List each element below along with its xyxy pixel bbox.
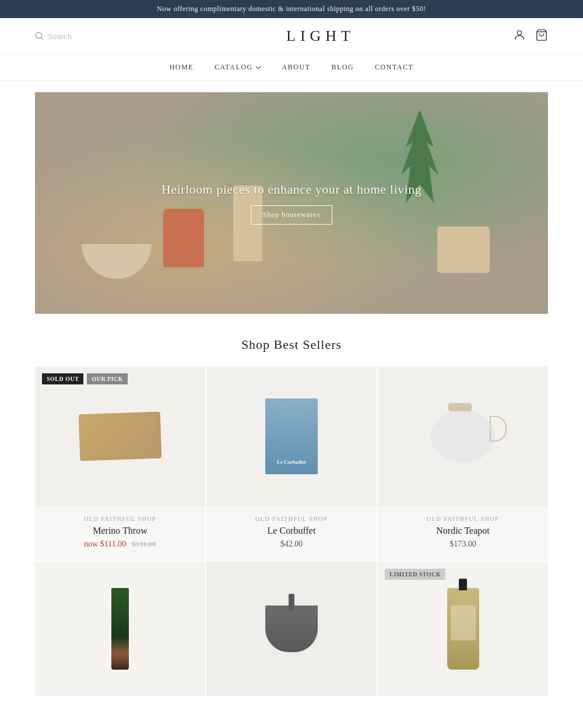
site-logo[interactable]: LIGHT (286, 27, 355, 45)
product-name: Le Corbuffet (216, 526, 367, 536)
product-grid: SOLD OUT OUR PICK OLD FAITHFUL SHOP Meri… (35, 366, 548, 696)
product-card-le-corbuffet[interactable]: OLD FAITHFUL SHOP Le Corbuffet $42.00 (206, 366, 377, 561)
search-label: Search (48, 32, 72, 41)
scissors-image (111, 588, 129, 670)
product-card-mortar[interactable] (206, 562, 377, 696)
nav-item-catalog[interactable]: CATALOG (215, 63, 261, 72)
product-price: $42.00 (216, 540, 367, 549)
search-icon (35, 32, 44, 41)
product-image-scissors (35, 562, 205, 696)
badge-sold-out: SOLD OUT (42, 373, 83, 384)
throw-image (79, 412, 162, 461)
product-card-bottle[interactable]: LIMITED STOCK (378, 562, 548, 696)
product-badges: LIMITED STOCK (385, 569, 445, 580)
badge-our-pick: OUR PICK (87, 373, 128, 384)
header: Search LIGHT (0, 18, 583, 54)
product-image-bottle: LIMITED STOCK (378, 562, 548, 696)
svg-line-1 (41, 38, 44, 40)
product-price: $173.00 (387, 540, 539, 549)
product-name: Merino Throw (44, 526, 196, 536)
product-image-merino-throw: SOLD OUT OUR PICK (35, 366, 205, 506)
product-info-nordic-teapot: OLD FAITHFUL SHOP Nordic Teapot $173.00 (378, 506, 548, 561)
search-container[interactable]: Search (35, 32, 128, 41)
product-image-nordic-teapot (378, 366, 548, 506)
nav-item-about[interactable]: ABOUT (282, 63, 311, 72)
hero-mug-shape (437, 226, 490, 273)
product-brand: OLD FAITHFUL SHOP (216, 516, 367, 522)
price-old: $131.00 (132, 540, 156, 548)
product-brand: OLD FAITHFUL SHOP (44, 516, 196, 522)
badge-limited-stock: LIMITED STOCK (385, 569, 445, 580)
product-info-merino-throw: OLD FAITHFUL SHOP Merino Throw now $111.… (35, 506, 205, 561)
product-info-le-corbuffet: OLD FAITHFUL SHOP Le Corbuffet $42.00 (206, 506, 377, 561)
product-name: Nordic Teapot (387, 526, 539, 536)
price-now: now $111.00 (84, 540, 126, 548)
book-image (265, 398, 318, 474)
best-sellers-section: Shop Best Sellers SOLD OUT OUR PICK OLD … (0, 337, 583, 696)
nav-item-contact[interactable]: CONTACT (375, 63, 413, 72)
hero-content: Heirloom pieces to enhance your at home … (161, 182, 422, 225)
product-image-mortar (206, 562, 377, 696)
hero-bowl-shape (82, 244, 152, 279)
announcement-text: Now offering complimentary domestic & in… (157, 5, 426, 13)
hero-banner: Heirloom pieces to enhance your at home … (35, 92, 548, 314)
hero-cta-button[interactable]: Shop housewares (251, 205, 333, 225)
product-card-nordic-teapot[interactable]: OLD FAITHFUL SHOP Nordic Teapot $173.00 (378, 366, 548, 561)
user-icon[interactable] (513, 29, 526, 44)
chevron-down-icon (255, 66, 261, 69)
cart-icon[interactable] (535, 29, 548, 44)
mortar-image (265, 606, 318, 652)
navigation: HOME CATALOG ABOUT BLOG CONTACT (0, 54, 583, 80)
nav-item-blog[interactable]: BLOG (331, 63, 354, 72)
teapot-image (431, 410, 495, 463)
announcement-bar: Now offering complimentary domestic & in… (0, 0, 583, 18)
product-card-scissors[interactable] (35, 562, 205, 696)
svg-point-2 (517, 31, 521, 35)
product-badges: SOLD OUT OUR PICK (42, 373, 128, 384)
section-title: Shop Best Sellers (0, 337, 583, 352)
bottle-image (447, 588, 479, 670)
product-image-le-corbuffet (206, 366, 377, 506)
product-price: now $111.00 $131.00 (44, 540, 196, 549)
product-card-merino-throw[interactable]: SOLD OUT OUR PICK OLD FAITHFUL SHOP Meri… (35, 366, 205, 561)
hero-title: Heirloom pieces to enhance your at home … (161, 182, 422, 197)
header-actions (513, 29, 548, 44)
product-brand: OLD FAITHFUL SHOP (387, 516, 539, 522)
nav-item-home[interactable]: HOME (170, 63, 194, 72)
